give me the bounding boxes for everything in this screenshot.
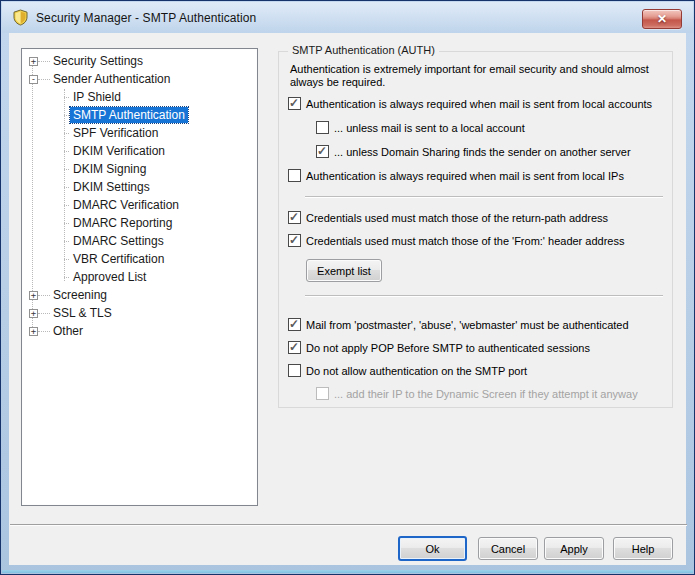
dialog-body: + Security Settings - Sender Authenticat…: [9, 33, 686, 565]
tree-item-dmarc-reporting[interactable]: DMARC Reporting: [22, 214, 257, 232]
group-title: SMTP Authentication (AUTH): [288, 44, 439, 56]
description-line2: always be required.: [290, 76, 670, 89]
tree-item-smtp-authentication[interactable]: SMTP Authentication: [22, 106, 257, 124]
check-icon: ✓: [289, 317, 299, 331]
checkbox-label[interactable]: Do not apply POP Before SMTP to authenti…: [306, 341, 590, 355]
help-button[interactable]: Help: [613, 537, 673, 560]
window-title: Security Manager - SMTP Authentication: [36, 11, 256, 25]
tree-item-security-settings[interactable]: + Security Settings: [22, 52, 257, 70]
help-button-label: Help: [632, 543, 655, 555]
tree-item-dmarc-settings[interactable]: DMARC Settings: [22, 232, 257, 250]
tree-item-label[interactable]: DMARC Reporting: [70, 215, 175, 231]
checkbox-box[interactable]: [288, 364, 301, 377]
tree-item-dkim-signing[interactable]: DKIM Signing: [22, 160, 257, 178]
tree-item-label[interactable]: SPF Verification: [70, 125, 161, 141]
tree-item-other[interactable]: + Other: [22, 322, 257, 340]
tree-item-label[interactable]: Other: [50, 323, 86, 339]
checkbox-label[interactable]: ... unless Domain Sharing finds the send…: [334, 145, 631, 159]
checkbox-postmaster-must-authenticate[interactable]: ✓ Mail from 'postmaster', 'abuse', 'webm…: [288, 318, 629, 332]
tree-item-screening[interactable]: + Screening: [22, 286, 257, 304]
tree-item-label-selected[interactable]: SMTP Authentication: [70, 107, 188, 123]
checkbox-label[interactable]: Authentication is always required when m…: [306, 97, 652, 111]
checkbox-box[interactable]: ✓: [316, 145, 329, 158]
tree-item-ip-shield[interactable]: IP Shield: [22, 88, 257, 106]
tree-item-label[interactable]: Sender Authentication: [50, 71, 173, 87]
checkbox-unless-domain-sharing[interactable]: ✓ ... unless Domain Sharing finds the se…: [316, 145, 631, 159]
checkbox-label[interactable]: Credentials used must match those of the…: [306, 211, 608, 225]
ok-button[interactable]: Ok: [398, 536, 467, 561]
checkbox-label[interactable]: Credentials used must match those of the…: [306, 234, 624, 248]
checkbox-match-from-header[interactable]: ✓ Credentials used must match those of t…: [288, 234, 624, 248]
checkbox-label: ... add their IP to the Dynamic Screen i…: [334, 387, 638, 401]
checkbox-label[interactable]: ... unless mail is sent to a local accou…: [334, 121, 525, 135]
check-icon: ✓: [289, 340, 299, 354]
expand-icon[interactable]: +: [29, 309, 38, 318]
tree-item-label[interactable]: IP Shield: [70, 89, 124, 105]
apply-button[interactable]: Apply: [544, 537, 604, 560]
checkbox-no-auth-on-smtp-port[interactable]: Do not allow authentication on the SMTP …: [288, 364, 527, 378]
shield-icon: [12, 9, 29, 26]
expand-icon[interactable]: +: [29, 327, 38, 336]
tree-connector: [38, 79, 50, 80]
checkbox-auth-required-local-ips[interactable]: Authentication is always required when m…: [288, 169, 624, 183]
checkbox-unless-sent-to-local-account[interactable]: ... unless mail is sent to a local accou…: [316, 121, 525, 135]
checkbox-label[interactable]: Mail from 'postmaster', 'abuse', 'webmas…: [306, 318, 629, 332]
tree-item-sender-authentication[interactable]: - Sender Authentication: [22, 70, 257, 88]
cancel-button[interactable]: Cancel: [478, 537, 538, 560]
checkbox-box: [316, 387, 329, 400]
tree-item-label[interactable]: DMARC Verification: [70, 197, 182, 213]
checkbox-box[interactable]: ✓: [288, 341, 301, 354]
check-icon: ✓: [289, 233, 299, 247]
checkbox-match-return-path[interactable]: ✓ Credentials used must match those of t…: [288, 211, 608, 225]
tree-item-label[interactable]: DMARC Settings: [70, 233, 167, 249]
tree-item-label[interactable]: DKIM Verification: [70, 143, 168, 159]
checkbox-box[interactable]: ✓: [288, 211, 301, 224]
checkbox-box[interactable]: [316, 121, 329, 134]
titlebar[interactable]: Security Manager - SMTP Authentication ✕: [2, 2, 693, 33]
checkbox-no-pop-before-smtp[interactable]: ✓ Do not apply POP Before SMTP to authen…: [288, 341, 590, 355]
tree-connector: [38, 331, 50, 332]
checkbox-box[interactable]: ✓: [288, 234, 301, 247]
tree-item-dkim-verification[interactable]: DKIM Verification: [22, 142, 257, 160]
tree-item-vbr-certification[interactable]: VBR Certification: [22, 250, 257, 268]
security-manager-window: Security Manager - SMTP Authentication ✕…: [0, 0, 695, 575]
expand-icon[interactable]: +: [29, 291, 38, 300]
tree-connector: [38, 295, 50, 296]
tree-item-label[interactable]: Security Settings: [50, 53, 146, 69]
cancel-button-label: Cancel: [491, 543, 525, 555]
checkbox-box[interactable]: [288, 169, 301, 182]
collapse-icon[interactable]: -: [29, 75, 38, 84]
tree-item-label[interactable]: DKIM Settings: [70, 179, 153, 195]
tree-item-label[interactable]: VBR Certification: [70, 251, 167, 267]
checkbox-auth-required-local-accounts[interactable]: ✓ Authentication is always required when…: [288, 97, 652, 111]
description-text: Authentication is extremely important fo…: [290, 63, 670, 89]
expand-icon[interactable]: +: [29, 57, 38, 66]
tree-item-label[interactable]: Screening: [50, 287, 110, 303]
tree-item-dmarc-verification[interactable]: DMARC Verification: [22, 196, 257, 214]
tree-item-spf-verification[interactable]: SPF Verification: [22, 124, 257, 142]
tree-connector: [38, 313, 50, 314]
description-line1: Authentication is extremely important fo…: [290, 63, 670, 76]
check-icon: ✓: [289, 210, 299, 224]
checkbox-box[interactable]: ✓: [288, 318, 301, 331]
settings-tree: + Security Settings - Sender Authenticat…: [21, 48, 258, 506]
window-frame: Security Manager - SMTP Authentication ✕…: [0, 0, 695, 575]
tree-item-label[interactable]: Approved List: [70, 269, 149, 285]
tree-item-label[interactable]: DKIM Signing: [70, 161, 149, 177]
tree-connector: [38, 61, 50, 62]
tree-item-approved-list[interactable]: Approved List: [22, 268, 257, 286]
tree-item-dkim-settings[interactable]: DKIM Settings: [22, 178, 257, 196]
exempt-list-button[interactable]: Exempt list: [306, 259, 382, 282]
checkbox-box[interactable]: ✓: [288, 97, 301, 110]
separator: [305, 295, 663, 297]
tree-item-label[interactable]: SSL & TLS: [50, 305, 115, 321]
close-icon: ✕: [657, 13, 667, 25]
exempt-list-button-label: Exempt list: [317, 265, 371, 277]
check-icon: ✓: [317, 144, 327, 158]
separator: [305, 196, 663, 198]
checkbox-add-ip-dynamic-screen: ... add their IP to the Dynamic Screen i…: [316, 387, 638, 401]
checkbox-label[interactable]: Authentication is always required when m…: [306, 169, 624, 183]
close-button[interactable]: ✕: [642, 9, 682, 29]
checkbox-label[interactable]: Do not allow authentication on the SMTP …: [306, 364, 527, 378]
tree-item-ssl-tls[interactable]: + SSL & TLS: [22, 304, 257, 322]
